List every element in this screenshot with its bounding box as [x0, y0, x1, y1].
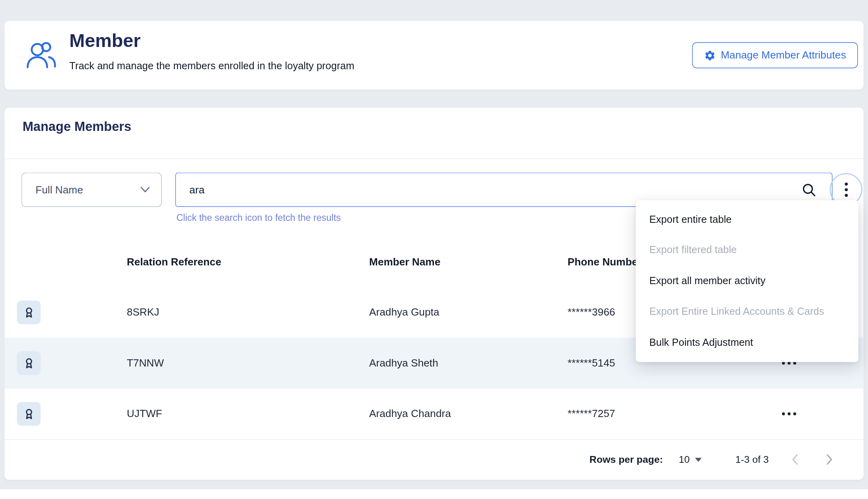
page-title: Member: [69, 30, 140, 51]
menu-item-bulk-points-adjustment[interactable]: Bulk Points Adjustment: [636, 327, 858, 358]
page-subtitle: Track and manage the members enrolled in…: [69, 60, 354, 72]
cell-relation-reference: UJTWF: [127, 407, 369, 420]
member-page: Member Track and manage the members enro…: [0, 0, 868, 499]
menu-item-export-entire-table[interactable]: Export entire table: [636, 204, 858, 235]
chevron-down-icon: [140, 187, 150, 193]
pagination-range: 1-3 of 3: [736, 454, 769, 466]
caret-down-icon: [695, 458, 702, 462]
cell-member-name: Aradhya Chandra: [369, 407, 568, 420]
header-relation-reference: Relation Reference: [127, 256, 369, 268]
rows-per-page-label: Rows per page:: [590, 454, 663, 466]
cell-member-name: Aradhya Gupta: [369, 306, 568, 318]
previous-page-button[interactable]: [788, 452, 803, 467]
panel-title: Manage Members: [23, 119, 131, 134]
cell-member-name: Aradhya Sheth: [369, 357, 568, 369]
cell-phone-number: ******7257: [568, 407, 754, 420]
search-icon[interactable]: [802, 182, 817, 197]
panel-divider: [4, 158, 863, 159]
kebab-icon: [844, 182, 848, 197]
chevron-left-icon: [788, 452, 803, 467]
menu-item-export-all-member-activity[interactable]: Export all member activity: [636, 265, 858, 296]
next-page-button[interactable]: [822, 452, 837, 467]
member-badge-icon: [17, 351, 41, 375]
rows-per-page-select[interactable]: 10: [679, 454, 701, 466]
manage-member-attributes-label: Manage Member Attributes: [721, 49, 846, 61]
menu-item-export-filtered-table: Export filtered table: [636, 235, 858, 265]
cell-relation-reference: 8SRKJ: [127, 306, 369, 318]
search-field-select-value: Full Name: [35, 183, 83, 196]
header-member-name: Member Name: [369, 256, 568, 268]
search-helper-text: Click the search icon to fetch the resul…: [176, 212, 341, 223]
member-header-card: Member Track and manage the members enro…: [4, 21, 863, 90]
bottom-strip: [0, 489, 868, 499]
table-row: UJTWF Aradhya Chandra ******7257: [4, 388, 863, 439]
member-badge-icon: [17, 300, 41, 324]
cell-relation-reference: T7NNW: [127, 357, 369, 369]
chevron-right-icon: [822, 452, 837, 467]
export-menu: Export entire table Export filtered tabl…: [636, 200, 858, 362]
members-icon: [25, 39, 57, 72]
row-actions-button[interactable]: [778, 408, 800, 419]
menu-item-export-linked-accounts-cards: Export Entire Linked Accounts & Cards: [636, 296, 858, 327]
rows-per-page-value: 10: [679, 454, 690, 466]
search-field-select[interactable]: Full Name: [21, 173, 162, 207]
gear-icon: [704, 49, 716, 61]
table-footer: Rows per page: 10 1-3 of 3: [4, 439, 863, 480]
manage-member-attributes-button[interactable]: Manage Member Attributes: [692, 42, 858, 68]
member-badge-icon: [17, 402, 41, 426]
